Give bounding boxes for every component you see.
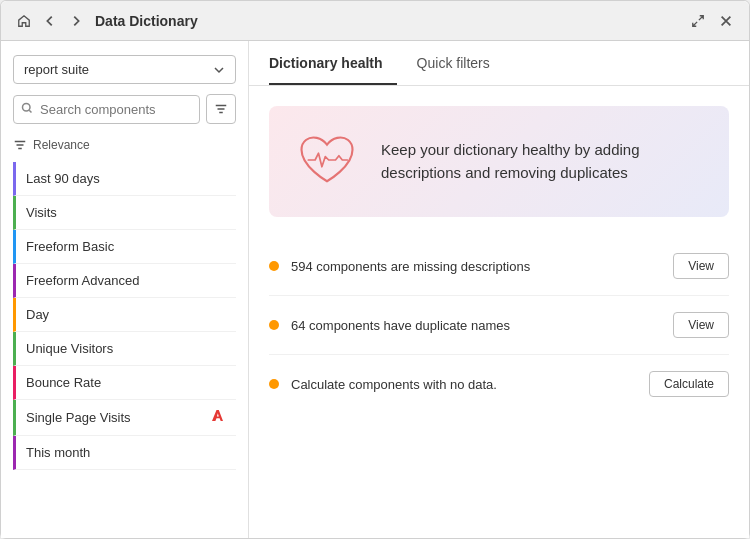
collapse-icon[interactable] — [687, 10, 709, 32]
tab-quick-filters[interactable]: Quick filters — [417, 41, 504, 85]
list-item[interactable]: Bounce Rate — [13, 366, 236, 400]
titlebar: Data Dictionary — [1, 1, 749, 41]
window-controls — [687, 10, 737, 32]
close-icon[interactable] — [715, 10, 737, 32]
issue-text: 64 components have duplicate names — [291, 318, 673, 333]
list-item[interactable]: Single Page Visits — [13, 400, 236, 436]
list-item[interactable]: Day — [13, 298, 236, 332]
issue-text: Calculate components with no data. — [291, 377, 649, 392]
search-icon — [21, 102, 33, 117]
issue-row: 594 components are missing descriptions … — [269, 237, 729, 296]
page-title: Data Dictionary — [95, 13, 687, 29]
svg-point-0 — [23, 103, 31, 111]
list-item[interactable]: Freeform Basic — [13, 230, 236, 264]
tabs-row: Dictionary health Quick filters — [249, 41, 749, 86]
chevron-down-icon — [213, 64, 225, 76]
health-banner: Keep your dictionary healthy by adding d… — [269, 106, 729, 217]
issue-dot — [269, 261, 279, 271]
dropdown-label: report suite — [24, 62, 89, 77]
list-item[interactable]: This month — [13, 436, 236, 470]
nav-controls — [13, 10, 87, 32]
view-button-1[interactable]: View — [673, 253, 729, 279]
issue-dot — [269, 320, 279, 330]
issues-container: 594 components are missing descriptions … — [269, 237, 729, 413]
content-area: Keep your dictionary healthy by adding d… — [249, 86, 749, 433]
search-input[interactable] — [13, 95, 200, 124]
back-icon[interactable] — [39, 10, 61, 32]
list-item[interactable]: Freeform Advanced — [13, 264, 236, 298]
list-item[interactable]: Last 90 days — [13, 162, 236, 196]
main-layout: report suite — [1, 41, 749, 538]
report-suite-dropdown[interactable]: report suite — [13, 55, 236, 84]
tab-dictionary-health[interactable]: Dictionary health — [269, 41, 397, 85]
issue-dot — [269, 379, 279, 389]
issue-row: Calculate components with no data. Calcu… — [269, 355, 729, 413]
home-icon[interactable] — [13, 10, 35, 32]
filter-icon — [214, 102, 228, 116]
component-list: Last 90 days Visits Freeform Basic Freef… — [13, 162, 236, 470]
issue-text: 594 components are missing descriptions — [291, 259, 673, 274]
relevance-label: Relevance — [13, 138, 236, 152]
search-row — [13, 94, 236, 124]
health-text: Keep your dictionary healthy by adding d… — [381, 139, 705, 184]
right-panel: Dictionary health Quick filters Ke — [249, 41, 749, 538]
issue-row: 64 components have duplicate names View — [269, 296, 729, 355]
search-wrapper — [13, 95, 200, 124]
list-item[interactable]: Visits — [13, 196, 236, 230]
adobe-icon — [212, 409, 226, 426]
list-item[interactable]: Unique Visitors — [13, 332, 236, 366]
app-window: Data Dictionary report suite — [0, 0, 750, 539]
forward-icon[interactable] — [65, 10, 87, 32]
view-button-2[interactable]: View — [673, 312, 729, 338]
calculate-button[interactable]: Calculate — [649, 371, 729, 397]
heart-health-icon — [293, 126, 361, 197]
sidebar: report suite — [1, 41, 249, 538]
sort-icon — [13, 138, 27, 152]
filter-button[interactable] — [206, 94, 236, 124]
